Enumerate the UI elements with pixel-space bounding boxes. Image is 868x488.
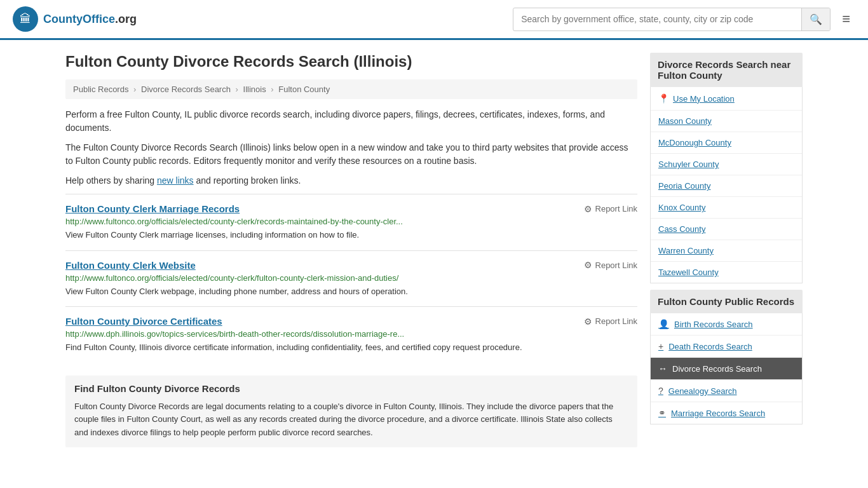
report-icon-1: ⚙ bbox=[584, 260, 592, 270]
nearby-county-6[interactable]: Warren County bbox=[651, 240, 802, 262]
menu-icon[interactable]: ≡ bbox=[837, 8, 855, 30]
public-records-icon-4: ⚭ bbox=[658, 408, 666, 418]
description-2: The Fulton County Divorce Records Search… bbox=[65, 141, 637, 168]
nearby-county-4[interactable]: Knox County bbox=[651, 197, 802, 219]
public-records-items: 👤 Birth Records Search + Death Records S… bbox=[650, 313, 803, 424]
nearby-counties-list: Mason CountyMcDonough CountySchuyler Cou… bbox=[651, 111, 802, 283]
result-item: Fulton County Clerk Website ⚙ Report Lin… bbox=[65, 250, 637, 307]
nearby-county-0[interactable]: Mason County bbox=[651, 111, 802, 132]
public-records-item-2[interactable]: ↔ Divorce Records Search bbox=[651, 358, 802, 380]
nearby-county-1[interactable]: McDonough County bbox=[651, 132, 802, 154]
nearby-section-header: Divorce Records Search near Fulton Count… bbox=[650, 53, 803, 87]
nearby-county-7[interactable]: Tazewell County bbox=[651, 262, 802, 283]
nearby-list: 📍 Use My Location Mason CountyMcDonough … bbox=[650, 87, 803, 283]
use-my-location-link[interactable]: Use My Location bbox=[673, 94, 735, 104]
site-header: 🏛 CountyOffice.org 🔍 ≡ bbox=[0, 0, 868, 40]
breadcrumb-illinois[interactable]: Illinois bbox=[243, 85, 266, 94]
public-records-label-3: Genealogy Search bbox=[668, 386, 737, 396]
public-records-item-3[interactable]: ? Genealogy Search bbox=[651, 380, 802, 402]
public-records-icon-3: ? bbox=[658, 386, 663, 396]
public-records-section: Fulton County Public Records 👤 Birth Rec… bbox=[650, 290, 803, 424]
public-records-item-0[interactable]: 👤 Birth Records Search bbox=[651, 313, 802, 336]
breadcrumb-divorce-records[interactable]: Divorce Records Search bbox=[141, 85, 231, 94]
result-title-row: Fulton County Clerk Marriage Records ⚙ R… bbox=[65, 203, 637, 214]
description-1: Perform a free Fulton County, IL public … bbox=[65, 108, 637, 135]
nearby-county-5[interactable]: Cass County bbox=[651, 219, 802, 240]
search-input[interactable] bbox=[513, 9, 801, 29]
breadcrumb-public-records[interactable]: Public Records bbox=[73, 85, 128, 94]
result-desc-2: Find Fulton County, Illinois divorce cer… bbox=[65, 341, 637, 354]
logo-text: CountyOffice.org bbox=[43, 13, 137, 26]
result-url-1: http://www.fultonco.org/officials/electe… bbox=[65, 273, 637, 283]
public-records-label-2: Divorce Records Search bbox=[672, 364, 762, 374]
results-container: Fulton County Clerk Marriage Records ⚙ R… bbox=[65, 194, 637, 363]
result-title-2[interactable]: Fulton County Divorce Certificates bbox=[65, 316, 222, 327]
public-records-label-4: Marriage Records Search bbox=[671, 409, 765, 418]
public-records-icon-2: ↔ bbox=[658, 363, 667, 374]
result-title-1[interactable]: Fulton County Clerk Website bbox=[65, 260, 196, 271]
public-records-label-0: Birth Records Search bbox=[674, 320, 753, 329]
public-records-icon-1: + bbox=[658, 341, 663, 351]
logo-icon: 🏛 bbox=[13, 6, 38, 32]
result-url-0: http://www.fultonco.org/officials/electe… bbox=[65, 217, 637, 226]
result-desc-0: View Fulton County Clerk marriage licens… bbox=[65, 229, 637, 241]
result-title-row: Fulton County Divorce Certificates ⚙ Rep… bbox=[65, 316, 637, 327]
report-link-0[interactable]: ⚙ Report Link bbox=[584, 204, 637, 214]
location-pin-icon: 📍 bbox=[658, 93, 669, 104]
result-desc-1: View Fulton County Clerk webpage, includ… bbox=[65, 285, 637, 298]
result-title-0[interactable]: Fulton County Clerk Marriage Records bbox=[65, 203, 240, 214]
find-section: Find Fulton County Divorce Records Fulto… bbox=[65, 376, 637, 447]
find-section-title: Find Fulton County Divorce Records bbox=[74, 383, 628, 394]
sidebar: Divorce Records Search near Fulton Count… bbox=[650, 53, 803, 447]
main-content: Fulton County Divorce Records Search (Il… bbox=[65, 53, 637, 447]
breadcrumb-fulton-county[interactable]: Fulton County bbox=[278, 85, 330, 94]
result-item: Fulton County Clerk Marriage Records ⚙ R… bbox=[65, 194, 637, 250]
header-right: 🔍 ≡ bbox=[513, 8, 855, 31]
public-records-item-4[interactable]: ⚭ Marriage Records Search bbox=[651, 402, 802, 424]
result-url-2: http://www.dph.illinois.gov/topics-servi… bbox=[65, 329, 637, 339]
new-links-link[interactable]: new links bbox=[157, 175, 194, 186]
public-records-label-1: Death Records Search bbox=[668, 342, 752, 351]
page-title: Fulton County Divorce Records Search (Il… bbox=[65, 53, 637, 71]
content-wrapper: Fulton County Divorce Records Search (Il… bbox=[53, 53, 815, 447]
find-section-text: Fulton County Divorce Records are legal … bbox=[74, 400, 628, 440]
report-link-1[interactable]: ⚙ Report Link bbox=[584, 260, 637, 270]
public-records-header: Fulton County Public Records bbox=[650, 290, 803, 313]
report-link-2[interactable]: ⚙ Report Link bbox=[584, 316, 637, 327]
nearby-county-3[interactable]: Peoria County bbox=[651, 175, 802, 197]
nearby-county-2[interactable]: Schuyler County bbox=[651, 154, 802, 175]
public-records-item-1[interactable]: + Death Records Search bbox=[651, 336, 802, 358]
logo-area: 🏛 CountyOffice.org bbox=[13, 6, 137, 32]
report-icon-2: ⚙ bbox=[584, 316, 592, 327]
search-button[interactable]: 🔍 bbox=[801, 8, 830, 30]
report-icon-0: ⚙ bbox=[584, 204, 592, 214]
use-location-item: 📍 Use My Location bbox=[651, 87, 802, 111]
nearby-section: Divorce Records Search near Fulton Count… bbox=[650, 53, 803, 283]
result-item: Fulton County Divorce Certificates ⚙ Rep… bbox=[65, 306, 637, 363]
result-title-row: Fulton County Clerk Website ⚙ Report Lin… bbox=[65, 260, 637, 271]
public-records-icon-0: 👤 bbox=[658, 319, 669, 329]
search-bar: 🔍 bbox=[513, 8, 831, 31]
breadcrumb: Public Records › Divorce Records Search … bbox=[65, 79, 637, 99]
description-3: Help others by sharing new links and rep… bbox=[65, 174, 637, 187]
